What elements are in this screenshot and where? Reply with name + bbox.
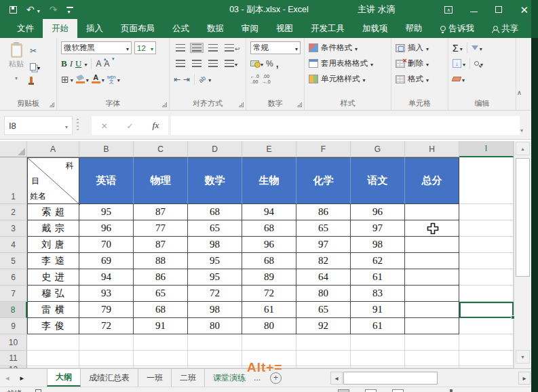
hscroll-right-icon[interactable]: [518, 372, 531, 385]
cell[interactable]: 95: [188, 269, 242, 286]
select-all-corner[interactable]: [0, 141, 27, 157]
column-header[interactable]: F: [296, 141, 351, 157]
tab-formulas[interactable]: 公式: [164, 19, 198, 38]
cell[interactable]: [459, 204, 514, 220]
cell[interactable]: [296, 351, 351, 366]
column-header[interactable]: E: [242, 141, 296, 157]
cell[interactable]: 65: [296, 302, 351, 318]
cell[interactable]: 68: [134, 302, 188, 318]
comma-style-button[interactable]: ,: [276, 58, 279, 69]
cell[interactable]: [459, 253, 514, 269]
cell[interactable]: 92: [296, 318, 351, 334]
column-header[interactable]: G: [351, 141, 405, 157]
cell[interactable]: 64: [296, 269, 351, 286]
tab-home[interactable]: 开始: [43, 19, 77, 38]
tab-file[interactable]: 文件: [8, 19, 43, 38]
tab-data[interactable]: 数据: [198, 19, 233, 38]
delete-cells-button[interactable]: 删除: [394, 56, 446, 71]
fill-color-dropdown-icon[interactable]: [86, 75, 89, 83]
insert-function-icon[interactable]: fx: [152, 120, 159, 131]
row-header-selected[interactable]: 8: [0, 302, 27, 318]
font-size-dropdown-icon[interactable]: [151, 44, 153, 52]
cell[interactable]: 94: [79, 269, 134, 286]
cell[interactable]: [242, 334, 296, 351]
wrap-text-button[interactable]: [223, 43, 242, 54]
hscroll-left-icon[interactable]: [330, 372, 343, 385]
sheet-nav-right-icon[interactable]: [15, 369, 30, 387]
alignment-dialog-launcher-icon[interactable]: [239, 102, 244, 107]
cut-button[interactable]: [30, 44, 40, 56]
cell[interactable]: 82: [296, 253, 351, 269]
cell[interactable]: 72: [242, 286, 296, 302]
cell[interactable]: [351, 334, 405, 351]
cell[interactable]: [405, 302, 459, 318]
cell[interactable]: 89: [242, 269, 296, 286]
orientation-dropdown-icon[interactable]: [208, 75, 211, 83]
sheet-tab-active[interactable]: 大纲: [47, 369, 81, 387]
normal-view-icon[interactable]: [338, 389, 349, 392]
cell[interactable]: [459, 220, 514, 237]
cell[interactable]: 97: [351, 220, 405, 237]
cell[interactable]: [79, 351, 134, 366]
page-break-view-icon[interactable]: [392, 389, 404, 392]
cell[interactable]: 98: [188, 302, 242, 318]
cell[interactable]: 68: [188, 204, 242, 220]
cell[interactable]: [459, 237, 514, 253]
conditional-formatting-button[interactable]: 条件格式: [307, 40, 389, 56]
cell[interactable]: 98: [351, 237, 405, 253]
sheet-tab[interactable]: 二班: [172, 369, 205, 387]
cell[interactable]: [134, 334, 188, 351]
cell[interactable]: 93: [79, 286, 134, 302]
cell[interactable]: [27, 334, 79, 351]
align-right-button[interactable]: [206, 58, 220, 68]
corner-diagonal-cell[interactable]: 科 目 姓名: [27, 157, 79, 204]
column-header[interactable]: H: [405, 141, 459, 157]
cell[interactable]: [296, 334, 351, 351]
cell[interactable]: [27, 351, 79, 366]
autosum-button[interactable]: Σ: [453, 43, 463, 53]
top-align-button[interactable]: [174, 43, 187, 53]
cell[interactable]: 97: [296, 237, 351, 253]
cell[interactable]: 77: [134, 220, 188, 237]
clipboard-dialog-launcher-icon[interactable]: [50, 102, 54, 107]
subject-header-cell[interactable]: 物理: [134, 157, 188, 204]
number-format-dropdown-icon[interactable]: [295, 44, 298, 52]
tab-help[interactable]: 帮助: [397, 19, 431, 38]
cell[interactable]: [188, 351, 242, 366]
tab-tell-me[interactable]: 告诉我: [431, 19, 484, 38]
cell[interactable]: 68: [242, 220, 296, 237]
cell[interactable]: 史 进: [27, 269, 79, 286]
cell[interactable]: 95: [79, 204, 134, 220]
font-name-dropdown-icon[interactable]: [126, 44, 129, 52]
paste-dropdown-icon[interactable]: [15, 71, 18, 83]
copy-dropdown-icon[interactable]: [37, 60, 40, 73]
cell[interactable]: [459, 318, 514, 334]
cell[interactable]: 98: [188, 237, 242, 253]
cell[interactable]: 戴 宗: [27, 220, 79, 237]
cell[interactable]: [459, 157, 514, 204]
row-header[interactable]: 10: [0, 334, 27, 351]
vertical-scrollbar-thumb[interactable]: [516, 158, 530, 277]
cell[interactable]: 穆 弘: [27, 286, 79, 302]
column-header-selected[interactable]: I: [459, 141, 514, 157]
middle-align-button[interactable]: [190, 43, 204, 53]
cell[interactable]: 62: [351, 253, 405, 269]
tab-addins[interactable]: 加载项: [353, 19, 397, 38]
cell[interactable]: 李 俊: [27, 318, 79, 334]
cell[interactable]: 70: [79, 237, 134, 253]
scroll-up-icon[interactable]: [516, 142, 530, 155]
cell[interactable]: 83: [351, 286, 405, 302]
row-header[interactable]: 11: [0, 351, 27, 366]
bottom-align-button[interactable]: [206, 43, 220, 53]
insert-cells-button[interactable]: 插入: [394, 40, 446, 56]
cell[interactable]: [405, 318, 459, 334]
row-header[interactable]: 9: [0, 318, 27, 334]
cell[interactable]: 80: [242, 318, 296, 334]
cell[interactable]: 61: [351, 318, 405, 334]
cell[interactable]: 61: [242, 302, 296, 318]
macro-record-icon[interactable]: [35, 389, 41, 392]
align-center-button[interactable]: [190, 58, 204, 68]
cell[interactable]: 95: [188, 253, 242, 269]
font-name-select[interactable]: 微软雅黑: [61, 41, 132, 54]
number-dialog-launcher-icon[interactable]: [297, 102, 302, 107]
